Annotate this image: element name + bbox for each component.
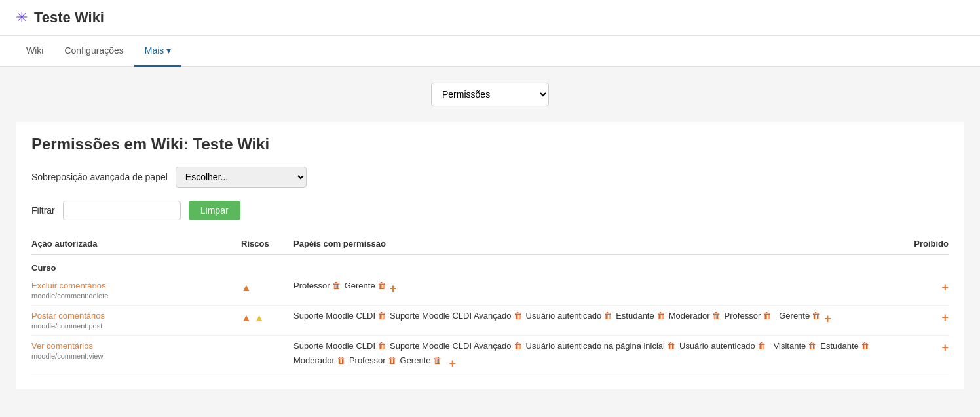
risk-cell: ▲ xyxy=(241,281,293,294)
add-role-button[interactable]: + xyxy=(390,282,397,296)
role-item: Usuário autenticado 🗑 xyxy=(526,311,612,321)
section-curso: Curso Excluir comentários moodle/comment… xyxy=(31,258,949,376)
action-cell: Ver comentários moodle/comment:view xyxy=(31,341,241,360)
role-name: Gerente xyxy=(345,281,375,290)
role-item: Professor 🗑 xyxy=(725,311,772,321)
ver-comentarios-link[interactable]: Ver comentários xyxy=(31,341,241,351)
role-delete-icon[interactable]: 🗑 xyxy=(812,311,820,321)
proibido-plus-button[interactable]: + xyxy=(941,341,949,354)
page-heading: Permissões em Wiki: Teste Wiki xyxy=(31,135,949,153)
role-item: Gerente 🗑 xyxy=(400,355,442,365)
role-delete-icon[interactable]: 🗑 xyxy=(433,355,442,365)
role-item: Gerente 🗑 xyxy=(779,311,820,321)
permission-row: Excluir comentários moodle/comment:delet… xyxy=(31,275,949,306)
action-cell: Postar comentários moodle/comment:post xyxy=(31,311,241,330)
role-delete-icon[interactable]: 🗑 xyxy=(712,311,721,321)
role-item: Gerente 🗑 xyxy=(345,281,386,290)
proibido-plus-button[interactable]: + xyxy=(941,281,949,294)
role-item: Moderador 🗑 xyxy=(669,311,721,321)
role-item: Professor 🗑 xyxy=(293,281,341,290)
role-name: Professor xyxy=(725,311,761,321)
role-name: Suporte Moodle CLDI xyxy=(293,311,375,321)
role-name: Moderador xyxy=(293,355,335,365)
permission-row: Ver comentários moodle/comment:view Supo… xyxy=(31,336,949,376)
role-item: Usuário autenticado na página inicial 🗑 xyxy=(526,341,675,351)
roles-cell: Suporte Moodle CLDI 🗑 Suporte Moodle CLD… xyxy=(293,341,896,370)
limpar-button[interactable]: Limpar xyxy=(189,201,240,220)
content-area: Permissões Permissões em Wiki: Teste Wik… xyxy=(0,67,980,405)
postar-comentarios-code: moodle/comment:post xyxy=(31,322,241,330)
role-override-select[interactable]: Escolher... xyxy=(176,167,307,188)
add-role-button[interactable]: + xyxy=(824,312,831,326)
role-name: Suporte Moodle CLDI xyxy=(293,341,375,351)
role-item: Suporte Moodle CLDI Avançado 🗑 xyxy=(390,311,522,321)
tab-wiki[interactable]: Wiki xyxy=(16,36,54,67)
ver-comentarios-code: moodle/comment:view xyxy=(31,352,241,360)
proibido-plus-button[interactable]: + xyxy=(941,311,949,324)
role-delete-icon[interactable]: 🗑 xyxy=(337,355,345,365)
role-delete-icon[interactable]: 🗑 xyxy=(514,311,522,321)
section-label: Curso xyxy=(31,258,949,275)
col-riscos: Riscos xyxy=(241,239,293,248)
col-acao-autorizada: Ação autorizada xyxy=(31,239,241,248)
role-name: Suporte Moodle CLDI Avançado xyxy=(390,341,512,351)
role-delete-icon[interactable]: 🗑 xyxy=(667,341,675,351)
main-content: Permissões em Wiki: Teste Wiki Sobreposi… xyxy=(16,122,964,389)
role-name: Usuário autenticado xyxy=(679,341,755,351)
excluir-comentarios-code: moodle/comment:delete xyxy=(31,292,241,300)
col-papeis: Papéis com permissão xyxy=(293,239,896,248)
role-override-row: Sobreposição avançada de papel Escolher.… xyxy=(31,167,949,188)
role-delete-icon[interactable]: 🗑 xyxy=(377,311,386,321)
role-delete-icon[interactable]: 🗑 xyxy=(763,311,771,321)
risk-cell xyxy=(241,341,293,342)
role-item: Professor 🗑 xyxy=(349,355,396,365)
role-item: Moderador 🗑 xyxy=(293,355,345,365)
action-cell: Excluir comentários moodle/comment:delet… xyxy=(31,281,241,300)
risk-orange-triangle-icon: ▲ xyxy=(241,312,252,324)
col-proibido: Proibido xyxy=(896,239,949,248)
role-name: Gerente xyxy=(779,311,810,321)
role-delete-icon[interactable]: 🗑 xyxy=(514,341,522,351)
role-name: Suporte Moodle CLDI Avançado xyxy=(390,311,512,321)
table-header: Ação autorizada Riscos Papéis com permis… xyxy=(31,233,949,255)
proibido-cell: + xyxy=(896,341,949,355)
role-delete-icon[interactable]: 🗑 xyxy=(377,341,386,351)
role-item: Usuário autenticado 🗑 xyxy=(679,341,766,351)
filter-label: Filtrar xyxy=(31,205,55,216)
tab-mais[interactable]: Mais ▾ xyxy=(134,36,181,67)
role-item: Suporte Moodle CLDI 🗑 xyxy=(293,341,386,351)
role-delete-icon[interactable]: 🗑 xyxy=(861,341,869,351)
permissoes-dropdown[interactable]: Permissões xyxy=(431,83,549,106)
role-name: Usuário autenticado xyxy=(526,311,602,321)
excluir-comentarios-link[interactable]: Excluir comentários xyxy=(31,281,241,290)
postar-comentarios-link[interactable]: Postar comentários xyxy=(31,311,241,321)
proibido-cell: + xyxy=(896,281,949,294)
role-delete-icon[interactable]: 🗑 xyxy=(656,311,665,321)
role-name: Estudante xyxy=(616,311,654,321)
role-name: Usuário autenticado na página inicial xyxy=(526,341,665,351)
roles-cell: Professor 🗑 Gerente 🗑 + xyxy=(293,281,896,296)
role-item: Suporte Moodle CLDI 🗑 xyxy=(293,311,386,321)
top-bar: ✳ Teste Wiki xyxy=(0,0,980,36)
role-delete-icon[interactable]: 🗑 xyxy=(377,281,386,290)
role-item: Estudante 🗑 xyxy=(820,341,869,351)
role-delete-icon[interactable]: 🗑 xyxy=(757,341,766,351)
role-name: Estudante xyxy=(820,341,859,351)
role-item: Visitante 🗑 xyxy=(774,341,817,351)
dropdown-row: Permissões xyxy=(16,83,964,106)
role-delete-icon[interactable]: 🗑 xyxy=(808,341,816,351)
role-name: Gerente xyxy=(400,355,431,365)
role-delete-icon[interactable]: 🗑 xyxy=(332,281,341,290)
role-delete-icon[interactable]: 🗑 xyxy=(388,355,396,365)
filter-row: Filtrar Limpar xyxy=(31,201,949,220)
risk-triangle-icon: ▲ xyxy=(241,282,252,294)
nav-tabs: Wiki Configurações Mais ▾ xyxy=(0,36,980,67)
roles-cell: Suporte Moodle CLDI 🗑 Suporte Moodle CLD… xyxy=(293,311,896,326)
role-name: Visitante xyxy=(774,341,806,351)
filter-input[interactable] xyxy=(63,201,181,220)
role-name: Moderador xyxy=(669,311,710,321)
role-delete-icon[interactable]: 🗑 xyxy=(603,311,612,321)
add-role-button[interactable]: + xyxy=(449,357,457,370)
role-name: Professor xyxy=(293,281,330,290)
tab-configuracoes[interactable]: Configurações xyxy=(54,36,134,67)
